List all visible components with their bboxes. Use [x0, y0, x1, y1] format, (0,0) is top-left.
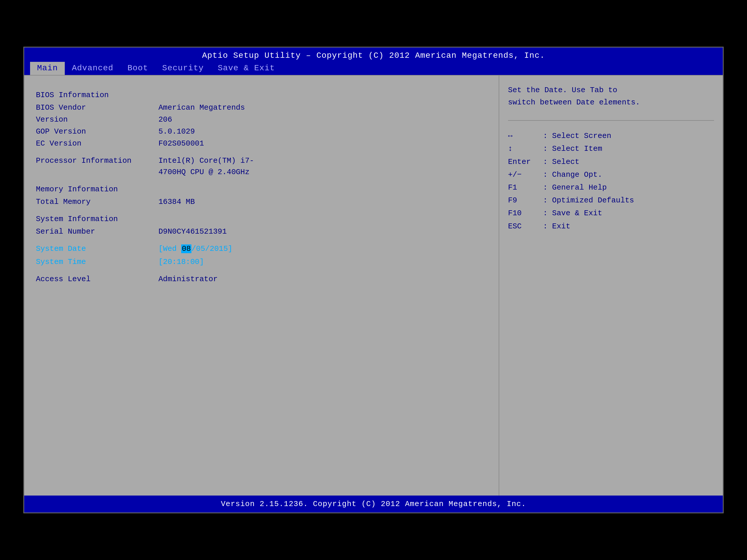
- processor-value: Intel(R) Core(TM) i7- 4700HQ CPU @ 2.40G…: [158, 155, 254, 178]
- system-date-row[interactable]: System Date [Wed 08/05/2015]: [36, 243, 487, 255]
- access-level-value: Administrator: [158, 273, 218, 285]
- key-f1-desc: : General Help: [543, 181, 607, 194]
- right-panel: Set the Date. Use Tab to switch between …: [499, 76, 723, 496]
- access-level-row: Access Level Administrator: [36, 273, 487, 285]
- key-f10: F10: [508, 207, 543, 220]
- gop-version-row: GOP Version 5.0.1029: [36, 126, 487, 137]
- bios-vendor-value: American Megatrends: [158, 102, 245, 113]
- ec-version-row: EC Version F02S050001: [36, 138, 487, 149]
- ec-version-label: EC Version: [36, 138, 158, 149]
- tab-save-exit[interactable]: Save & Exit: [211, 62, 282, 75]
- total-memory-label: Total Memory: [36, 196, 158, 208]
- tab-advanced[interactable]: Advanced: [65, 62, 120, 75]
- bios-version-row: Version 206: [36, 114, 487, 126]
- gop-version-label: GOP Version: [36, 126, 158, 137]
- bios-vendor-label: BIOS Vendor: [36, 102, 158, 113]
- key-enter-desc: : Select: [543, 156, 579, 168]
- system-time-label: System Time: [36, 257, 158, 268]
- key-f9: F9: [508, 194, 543, 207]
- key-help-select-item: ↕ : Select Item: [508, 142, 714, 155]
- serial-number-row: Serial Number D9N0CY461521391: [36, 226, 487, 237]
- system-time-field[interactable]: System Time [20:18:00]: [36, 257, 487, 268]
- memory-title: Memory Information: [36, 184, 487, 195]
- processor-section: Processor Information Intel(R) Core(TM) …: [36, 155, 487, 178]
- key-help-select-screen: ↔ : Select Screen: [508, 130, 714, 142]
- key-arrows-ud: ↕: [508, 142, 543, 155]
- key-help-esc: ESC : Exit: [508, 220, 714, 233]
- serial-number-label: Serial Number: [36, 226, 158, 237]
- bios-info-title: BIOS Information: [36, 89, 487, 101]
- tab-security[interactable]: Security: [155, 62, 211, 75]
- processor-label: Processor Information: [36, 155, 158, 178]
- footer-bar: Version 2.15.1236. Copyright (C) 2012 Am…: [24, 496, 723, 512]
- title-text: Aptio Setup Utility – Copyright (C) 2012…: [202, 51, 545, 60]
- serial-number-value: D9N0CY461521391: [158, 226, 227, 237]
- system-time-value: [20:18:00]: [158, 257, 204, 268]
- memory-section: Memory Information Total Memory 16384 MB: [36, 184, 487, 208]
- key-f9-desc: : Optimized Defaults: [543, 194, 634, 207]
- key-help-list: ↔ : Select Screen ↕ : Select Item Enter …: [508, 130, 714, 233]
- key-esc: ESC: [508, 220, 543, 233]
- system-date-value: [Wed 08/05/2015]: [158, 243, 233, 255]
- main-panel: BIOS Information BIOS Vendor American Me…: [24, 76, 499, 496]
- processor-row: Processor Information Intel(R) Core(TM) …: [36, 155, 487, 178]
- system-date-label: System Date: [36, 243, 158, 255]
- key-help-f10: F10 : Save & Exit: [508, 207, 714, 220]
- nav-bar[interactable]: Main Advanced Boot Security Save & Exit: [24, 62, 723, 75]
- gop-version-value: 5.0.1029: [158, 126, 195, 137]
- key-help-f9: F9 : Optimized Defaults: [508, 194, 714, 207]
- key-help-enter: Enter : Select: [508, 156, 714, 168]
- key-plus-minus: +/−: [508, 168, 543, 181]
- system-section: System Information Serial Number D9N0CY4…: [36, 213, 487, 237]
- key-help-f1: F1 : General Help: [508, 181, 714, 194]
- key-enter: Enter: [508, 156, 543, 168]
- bios-version-value: 206: [158, 114, 172, 126]
- key-select-item-desc: : Select Item: [543, 142, 602, 155]
- ec-version-value: F02S050001: [158, 138, 204, 149]
- bios-version-label: Version: [36, 114, 158, 126]
- bios-vendor-row: BIOS Vendor American Megatrends: [36, 102, 487, 113]
- key-arrows-lr: ↔: [508, 130, 543, 142]
- access-level-field: Access Level Administrator: [36, 273, 487, 285]
- tab-main[interactable]: Main: [30, 62, 65, 75]
- key-f1: F1: [508, 181, 543, 194]
- system-date-field[interactable]: System Date [Wed 08/05/2015]: [36, 243, 487, 255]
- access-level-label: Access Level: [36, 273, 158, 285]
- footer-text: Version 2.15.1236. Copyright (C) 2012 Am…: [221, 500, 526, 508]
- total-memory-value: 16384 MB: [158, 196, 195, 208]
- divider: [508, 120, 714, 121]
- title-bar: Aptio Setup Utility – Copyright (C) 2012…: [24, 48, 723, 62]
- tab-boot[interactable]: Boot: [121, 62, 155, 75]
- key-f10-desc: : Save & Exit: [543, 207, 602, 220]
- key-change-desc: : Change Opt.: [543, 168, 602, 181]
- system-time-row[interactable]: System Time [20:18:00]: [36, 257, 487, 268]
- help-text: Set the Date. Use Tab to switch between …: [508, 84, 714, 108]
- system-info-title: System Information: [36, 213, 487, 225]
- bios-screen: Aptio Setup Utility – Copyright (C) 2012…: [23, 47, 724, 513]
- total-memory-row: Total Memory 16384 MB: [36, 196, 487, 208]
- content-area: BIOS Information BIOS Vendor American Me…: [24, 75, 723, 496]
- key-help-change: +/− : Change Opt.: [508, 168, 714, 181]
- key-esc-desc: : Exit: [543, 220, 570, 233]
- key-select-screen-desc: : Select Screen: [543, 130, 611, 142]
